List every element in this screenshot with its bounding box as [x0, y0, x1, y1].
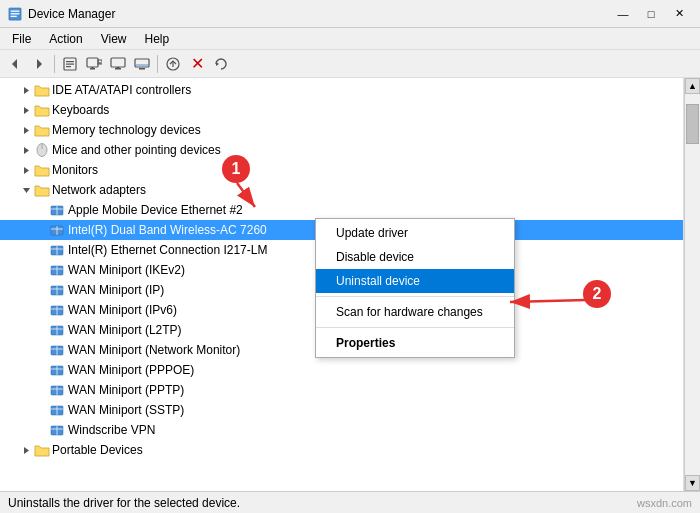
svg-marker-23	[216, 62, 219, 66]
tree-icon-keyboards	[34, 102, 50, 118]
svg-marker-26	[24, 127, 29, 134]
tree-item-network[interactable]: Network adapters	[0, 180, 683, 200]
svg-rect-12	[92, 67, 94, 69]
tree-icon-wan-ipv6	[50, 302, 66, 318]
scroll-down[interactable]: ▼	[685, 475, 700, 491]
toolbar-properties[interactable]	[59, 53, 81, 75]
menu-view[interactable]: View	[93, 30, 135, 48]
tree-label-wan-pppoe: WAN Miniport (PPPOE)	[68, 363, 194, 377]
svg-rect-10	[87, 58, 98, 67]
tree-label-network: Network adapters	[52, 183, 146, 197]
tree-item-wan-sstp[interactable]: WAN Miniport (SSTP)	[0, 400, 683, 420]
tree-icon-intel-wifi	[50, 222, 66, 238]
maximize-button[interactable]: □	[638, 4, 664, 24]
menu-help[interactable]: Help	[137, 30, 178, 48]
tree-item-monitors[interactable]: Monitors	[0, 160, 683, 180]
tree-expander-monitors[interactable]	[18, 166, 34, 175]
toolbar-monitor2[interactable]	[131, 53, 153, 75]
toolbar: ✕	[0, 50, 700, 78]
tree-expander-mice[interactable]	[18, 146, 34, 155]
tree-expander-network[interactable]	[18, 186, 34, 195]
svg-rect-18	[135, 59, 149, 67]
svg-marker-25	[24, 107, 29, 114]
tree-item-apple[interactable]: Apple Mobile Device Ethernet #2	[0, 200, 683, 220]
tree-item-wan-pptp[interactable]: WAN Miniport (PPTP)	[0, 380, 683, 400]
tree-icon-wan-pptp	[50, 382, 66, 398]
tree-item-wan-pppoe[interactable]: WAN Miniport (PPPOE)	[0, 360, 683, 380]
tree-icon-intel-eth	[50, 242, 66, 258]
tree-item-keyboards[interactable]: Keyboards	[0, 100, 683, 120]
ctx-item-uninstall[interactable]: Uninstall device	[316, 269, 514, 293]
minimize-button[interactable]: —	[610, 4, 636, 24]
tree-label-wan-netmon: WAN Miniport (Network Monitor)	[68, 343, 240, 357]
ctx-item-scan[interactable]: Scan for hardware changes	[316, 300, 514, 324]
tree-label-portable: Portable Devices	[52, 443, 143, 457]
title-left: Device Manager	[8, 7, 115, 21]
tree-icon-network	[34, 182, 50, 198]
tree-item-mice[interactable]: Mice and other pointing devices	[0, 140, 683, 160]
tree-item-ide[interactable]: IDE ATA/ATAPI controllers	[0, 80, 683, 100]
tree-label-keyboards: Keyboards	[52, 103, 109, 117]
context-menu: Update driverDisable deviceUninstall dev…	[315, 218, 515, 358]
tree-label-monitors: Monitors	[52, 163, 98, 177]
toolbar-scan[interactable]	[83, 53, 105, 75]
menu-bar: File Action View Help	[0, 28, 700, 50]
ctx-item-properties[interactable]: Properties	[316, 331, 514, 355]
title-controls: — □ ✕	[610, 4, 692, 24]
tree-expander-memory[interactable]	[18, 126, 34, 135]
tree-icon-wan-pppoe	[50, 362, 66, 378]
svg-rect-15	[111, 58, 125, 67]
tree-item-windscribe[interactable]: Windscribe VPN	[0, 420, 683, 440]
tree-item-portable[interactable]: Portable Devices	[0, 440, 683, 460]
ctx-item-update[interactable]: Update driver	[316, 221, 514, 245]
tree-item-memory[interactable]: Memory technology devices	[0, 120, 683, 140]
tree-label-windscribe: Windscribe VPN	[68, 423, 155, 437]
toolbar-back[interactable]	[4, 53, 26, 75]
app-icon	[8, 7, 22, 21]
window-title: Device Manager	[28, 7, 115, 21]
tree-expander-keyboards[interactable]	[18, 106, 34, 115]
tree-icon-apple	[50, 202, 66, 218]
tree-expander-ide[interactable]	[18, 86, 34, 95]
svg-marker-30	[24, 167, 29, 174]
ctx-item-disable[interactable]: Disable device	[316, 245, 514, 269]
toolbar-update[interactable]	[162, 53, 184, 75]
tree-expander-portable[interactable]	[18, 446, 34, 455]
toolbar-sep-1	[54, 55, 55, 73]
scroll-track[interactable]	[685, 94, 700, 475]
tree-icon-ide	[34, 82, 50, 98]
tree-label-ide: IDE ATA/ATAPI controllers	[52, 83, 191, 97]
tree-label-intel-wifi: Intel(R) Dual Band Wireless-AC 7260	[68, 223, 267, 237]
tree-label-wan-ikev2: WAN Miniport (IKEv2)	[68, 263, 185, 277]
toolbar-monitor[interactable]	[107, 53, 129, 75]
scrollbar[interactable]: ▲ ▼	[684, 78, 700, 491]
tree-icon-mice	[34, 142, 50, 158]
svg-rect-3	[11, 15, 17, 16]
tree-icon-portable	[34, 442, 50, 458]
svg-marker-5	[37, 59, 42, 69]
ctx-sep-sep1	[316, 296, 514, 297]
tree-icon-windscribe	[50, 422, 66, 438]
tree-label-memory: Memory technology devices	[52, 123, 201, 137]
svg-rect-17	[117, 67, 120, 69]
scroll-up[interactable]: ▲	[685, 78, 700, 94]
svg-rect-7	[66, 61, 74, 62]
svg-rect-1	[11, 10, 20, 11]
menu-file[interactable]: File	[4, 30, 39, 48]
watermark: wsxdn.com	[637, 497, 692, 509]
ctx-sep-sep2	[316, 327, 514, 328]
toolbar-refresh[interactable]	[210, 53, 232, 75]
scroll-thumb[interactable]	[686, 104, 699, 144]
tree-label-wan-ipv6: WAN Miniport (IPv6)	[68, 303, 177, 317]
tree-label-wan-pptp: WAN Miniport (PPTP)	[68, 383, 184, 397]
menu-action[interactable]: Action	[41, 30, 90, 48]
svg-marker-24	[24, 87, 29, 94]
tree-label-wan-sstp: WAN Miniport (SSTP)	[68, 403, 184, 417]
toolbar-remove[interactable]: ✕	[186, 53, 208, 75]
tree-label-wan-ip: WAN Miniport (IP)	[68, 283, 164, 297]
close-button[interactable]: ✕	[666, 4, 692, 24]
toolbar-forward[interactable]	[28, 53, 50, 75]
tree-icon-monitors	[34, 162, 50, 178]
tree-icon-wan-ip	[50, 282, 66, 298]
tree-icon-wan-netmon	[50, 342, 66, 358]
